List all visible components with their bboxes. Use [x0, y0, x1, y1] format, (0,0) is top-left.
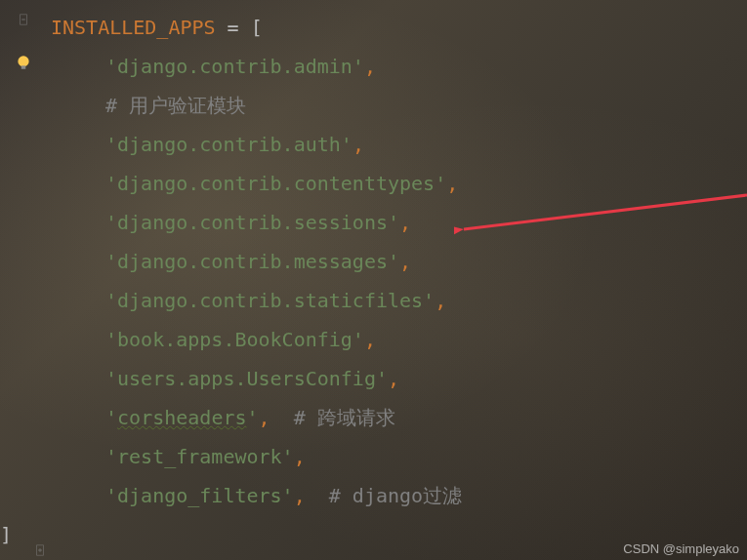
comma: ,: [364, 328, 376, 351]
code-line: 'django.contrib.staticfiles',: [51, 281, 739, 320]
closing-bracket: ]: [0, 523, 12, 546]
lightbulb-icon[interactable]: [15, 53, 32, 70]
string-literal: 'corsheaders': [105, 406, 259, 429]
svg-rect-1: [21, 65, 26, 68]
comma: ,: [446, 172, 458, 195]
string-literal: 'django_filters': [105, 484, 294, 507]
comma: ,: [399, 211, 411, 234]
code-line: 'rest_framework',: [51, 437, 739, 476]
string-literal: 'django.contrib.messages': [105, 250, 399, 273]
code-line: 'django.contrib.contenttypes',: [51, 164, 739, 203]
code-line: 'corsheaders', # 跨域请求: [51, 398, 739, 437]
editor-gutter: [0, 0, 47, 560]
code-line: 'django.contrib.auth',: [51, 125, 739, 164]
code-line: # 用户验证模块: [51, 86, 739, 125]
inline-comment: # 跨域请求: [270, 406, 395, 429]
comma: ,: [294, 445, 306, 468]
code-line: 'django_filters', # django过滤: [51, 476, 739, 515]
string-literal: 'book.apps.BookConfig': [105, 328, 364, 351]
code-line: 'users.apps.UsersConfig',: [51, 359, 739, 398]
string-literal: 'django.contrib.admin': [105, 55, 364, 78]
fold-expand-icon[interactable]: [33, 539, 47, 552]
comma: ,: [388, 367, 399, 390]
watermark-text: CSDN @simpleyako: [623, 541, 739, 556]
code-area[interactable]: INSTALLED_APPS = [ 'django.contrib.admin…: [51, 8, 739, 554]
string-literal: 'rest_framework': [105, 445, 294, 468]
svg-point-0: [18, 56, 28, 66]
code-line: 'django.contrib.messages',: [51, 242, 739, 281]
string-literal: 'django.contrib.contenttypes': [105, 172, 446, 195]
inline-comment: # django过滤: [306, 484, 462, 507]
string-literal: 'django.contrib.sessions': [105, 211, 399, 234]
comma: ,: [294, 484, 306, 507]
string-literal: 'django.contrib.staticfiles': [105, 289, 435, 312]
code-line: 'django.contrib.sessions',: [51, 203, 739, 242]
variable-name: INSTALLED_APPS: [51, 16, 216, 39]
declaration-line: INSTALLED_APPS = [: [51, 8, 739, 47]
code-line: 'django.contrib.admin',: [51, 47, 739, 86]
comma: ,: [259, 406, 270, 429]
string-literal: 'django.contrib.auth': [105, 133, 353, 156]
string-literal: 'users.apps.UsersConfig': [105, 367, 388, 390]
fold-collapse-icon[interactable]: [17, 8, 30, 21]
comma: ,: [353, 133, 364, 156]
comma: ,: [399, 250, 411, 273]
code-line: 'book.apps.BookConfig',: [51, 320, 739, 359]
comment: # 用户验证模块: [105, 94, 246, 117]
comma: ,: [364, 55, 376, 78]
comma: ,: [435, 289, 446, 312]
